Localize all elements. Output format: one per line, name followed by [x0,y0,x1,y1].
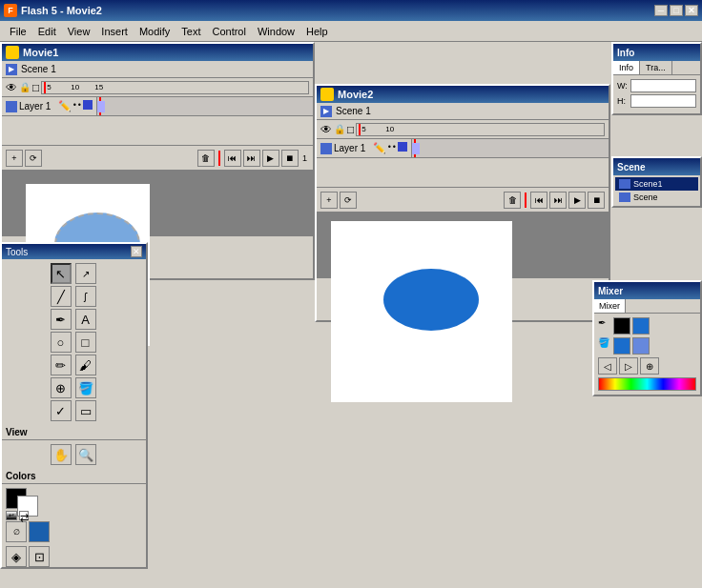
scene-title: Scene [617,162,645,172]
movie2-playback-head [525,193,526,208]
mixer-color-gradient[interactable] [598,377,696,391]
menu-edit[interactable]: Edit [32,24,62,39]
movie1-delete-layer[interactable]: 🗑 [197,150,215,167]
movie2-btn1[interactable]: ⏮ [530,192,547,209]
tool-text[interactable]: A [75,309,96,330]
movie2-motion-guide[interactable]: ⟳ [340,192,357,209]
scene-title-bar[interactable]: Scene [613,158,700,175]
mixer-stroke-swatch[interactable] [613,317,630,335]
tool-rect[interactable]: □ [75,332,96,353]
movie1-btn4[interactable]: ⏹ [281,150,299,167]
movie2-canvas-area [317,212,609,278]
info-content: W: H: [613,75,700,113]
movie2-layer-eye[interactable]: ✏️ [373,142,386,154]
movie2-layer-dot1: • [388,142,391,154]
movie1-layer-eye[interactable]: ✏️ [58,100,72,112]
mixer-bucket-icon[interactable]: 🪣 [598,337,611,351]
menu-help[interactable]: Help [300,24,334,39]
movie2-ellipse-main[interactable] [383,269,479,331]
movie2-title-bar[interactable]: Movie2 [317,86,609,103]
movie1-motion-guide[interactable]: ⟳ [25,150,42,167]
movie1-add-layer[interactable]: + [6,150,23,167]
movie2-layer-icon [320,143,332,154]
toolbox-close-button[interactable]: ✕ [131,246,142,257]
movie1-layer-controls: ✏️ • • [58,100,93,112]
tool-oval[interactable]: ○ [51,332,72,353]
movie1-ruler: 5 10 15 [41,81,309,94]
scene-item-1[interactable]: Scene [615,191,698,204]
mixer-btn2[interactable]: ▷ [619,357,638,375]
tool-paintbucket[interactable]: 🪣 [75,377,96,398]
tool-subselect[interactable]: ↗ [75,263,96,284]
movie1-btn2[interactable]: ⏭ [243,150,260,167]
tool-zoom[interactable]: 🔍 [75,444,96,465]
toolbox-none-fill[interactable]: ∅ [6,521,27,542]
tool-arrow[interactable]: ↖ [51,263,72,284]
toolbox-solid-fill[interactable] [29,521,50,542]
info-tab-transform[interactable]: Tra... [640,61,672,74]
info-tab-info[interactable]: Info [613,61,640,74]
movie1-eye-icon: 👁 [6,81,17,94]
menu-view[interactable]: View [62,24,96,39]
title-bar: F Flash 5 - Movie2 ─ □ ✕ [0,0,702,21]
tool-pencil[interactable]: ✏ [51,355,72,375]
menu-text[interactable]: Text [176,24,206,39]
movie1-layer-name: Layer 1 [19,101,51,112]
movie2-add-layer[interactable]: + [320,192,338,209]
scene-item-0[interactable]: Scene1 [615,177,698,191]
movie2-delete-layer[interactable]: 🗑 [504,192,521,209]
mixer-title-bar[interactable]: Mixer [594,282,700,299]
toolbox-extra-btn1[interactable]: ◈ [6,546,27,567]
tool-pen[interactable]: ✒ [51,309,72,330]
mixer-btn3[interactable]: ⊕ [640,357,659,375]
movie1-btn1[interactable]: ⏮ [224,150,241,167]
tool-lasso[interactable]: ʃ [75,286,96,307]
mixer-tools-row1: ✒ [598,317,696,335]
menu-control[interactable]: Control [206,24,251,39]
movie1-timeline-controls: 👁 🔒 □ 5 10 15 [2,78,313,97]
movie1-btn3[interactable]: ▶ [262,150,279,167]
mixer-eyedropper-icon[interactable]: ✒ [598,317,611,331]
movie1-title-bar[interactable]: Movie1 [2,44,313,61]
toolbox-color-swatches: ↩ ⇄ [6,488,44,518]
toolbox-default-colors[interactable]: ↩ [6,511,17,520]
movie2-layer-panel: Layer 1 ✏️ • • [317,139,412,157]
app-icon: F [4,4,17,17]
mixer-btn1[interactable]: ◁ [598,357,617,375]
mixer-fill-swatch[interactable] [632,317,650,335]
maximize-button[interactable]: □ [670,5,683,16]
movie1-playback-head [218,151,220,166]
toolbox-swap-colors[interactable]: ⇄ [19,511,29,520]
scene-item-0-label: Scene1 [633,179,663,189]
info-w-value[interactable] [630,79,696,92]
toolbox-title-bar[interactable]: Tools ✕ [2,244,146,259]
menu-window[interactable]: Window [252,24,300,39]
toolbox-tools-grid: ↖ ↗ ╱ ʃ ✒ A ○ □ ✏ 🖌 ⊕ 🪣 ✓ ▭ [2,259,146,425]
mixer-fill-swatch3[interactable] [632,337,650,355]
tool-inkbottle[interactable]: ⊕ [51,377,72,398]
toolbox: Tools ✕ ↖ ↗ ╱ ʃ ✒ A ○ □ ✏ 🖌 ⊕ 🪣 ✓ ▭ View… [0,242,148,569]
info-title-bar[interactable]: Info [613,44,700,61]
tool-hand[interactable]: ✋ [51,444,72,465]
menu-file[interactable]: File [4,24,32,39]
toolbox-extra-btn2[interactable]: ⊡ [29,546,50,567]
movie2-btn2[interactable]: ⏭ [549,192,567,209]
toolbox-colors-area: ↩ ⇄ ∅ [2,484,146,546]
movie2-btn4[interactable]: ⏹ [588,192,605,209]
mixer-tab-mixer[interactable]: Mixer [594,299,626,313]
menu-insert[interactable]: Insert [95,24,134,39]
tool-eraser[interactable]: ▭ [75,400,96,421]
movie2-btn3[interactable]: ▶ [568,192,586,209]
movie2-layer-controls: ✏️ • • [373,142,407,154]
movie1-layer-panel: Layer 1 ✏️ • • [2,97,97,115]
mixer-title: Mixer [598,286,623,296]
info-h-value[interactable] [630,94,696,108]
scene-item-1-icon [619,193,630,202]
menu-modify[interactable]: Modify [134,24,176,39]
mixer-fill-swatch2[interactable] [613,337,630,355]
close-button[interactable]: ✕ [685,5,698,16]
minimize-button[interactable]: ─ [654,5,668,16]
tool-eyedropper[interactable]: ✓ [51,400,72,421]
tool-line[interactable]: ╱ [51,286,72,307]
tool-brush[interactable]: 🖌 [75,355,96,375]
